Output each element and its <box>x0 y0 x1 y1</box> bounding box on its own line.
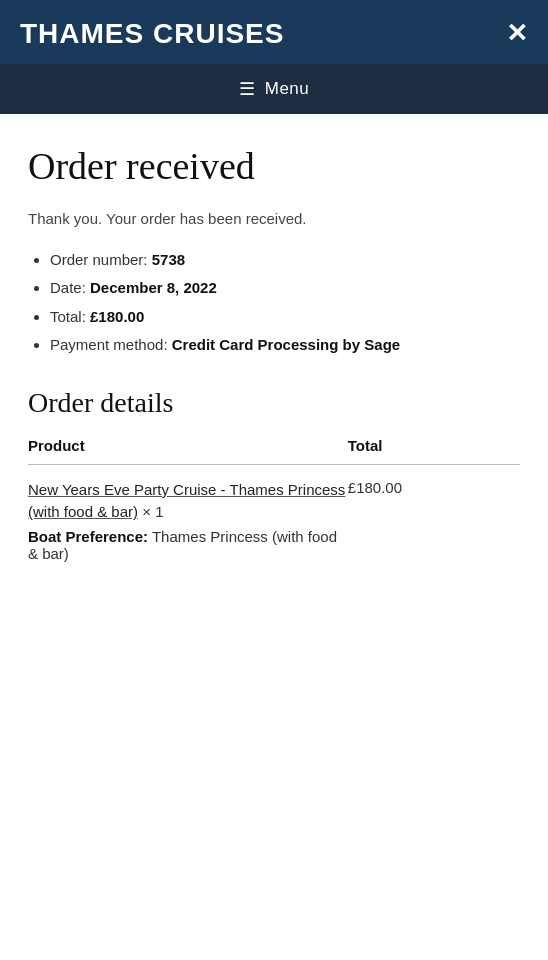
order-info-list: Order number: 5738 Date: December 8, 202… <box>28 249 520 357</box>
site-header: THAMES CRUISES ✕ <box>0 0 548 64</box>
order-date-label: Date: <box>50 279 90 296</box>
col-total-header: Total <box>348 437 520 465</box>
nav-bar[interactable]: ☰ Menu <box>0 64 548 114</box>
order-total-label: Total: <box>50 308 90 325</box>
site-title: THAMES CRUISES <box>20 18 284 50</box>
order-payment-item: Payment method: Credit Card Processing b… <box>50 334 520 357</box>
close-icon[interactable]: ✕ <box>506 21 528 47</box>
order-number-item: Order number: 5738 <box>50 249 520 272</box>
menu-label[interactable]: Menu <box>265 79 310 99</box>
product-cell: New Years Eve Party Cruise - Thames Prin… <box>28 464 348 568</box>
order-date-value: December 8, 2022 <box>90 279 217 296</box>
order-payment-label: Payment method: <box>50 336 172 353</box>
product-link[interactable]: New Years Eve Party Cruise - Thames Prin… <box>28 481 345 521</box>
order-details-title: Order details <box>28 387 520 419</box>
main-content: Order received Thank you. Your order has… <box>0 114 548 598</box>
order-number-label: Order number: <box>50 251 152 268</box>
product-meta: Boat Preference: Thames Princess (with f… <box>28 528 348 562</box>
thank-you-text: Thank you. Your order has been received. <box>28 210 520 227</box>
product-quantity: × 1 <box>142 503 163 520</box>
product-total: £180.00 <box>348 464 520 568</box>
hamburger-icon: ☰ <box>239 78 255 100</box>
table-row: New Years Eve Party Cruise - Thames Prin… <box>28 464 520 568</box>
order-total-item: Total: £180.00 <box>50 306 520 329</box>
order-payment-value: Credit Card Processing by Sage <box>172 336 400 353</box>
order-table: Product Total New Years Eve Party Cruise… <box>28 437 520 568</box>
boat-preference-label: Boat Preference: <box>28 528 148 545</box>
order-number-value: 5738 <box>152 251 185 268</box>
page-title: Order received <box>28 144 520 190</box>
order-total-value: £180.00 <box>90 308 144 325</box>
order-date-item: Date: December 8, 2022 <box>50 277 520 300</box>
col-product-header: Product <box>28 437 348 465</box>
